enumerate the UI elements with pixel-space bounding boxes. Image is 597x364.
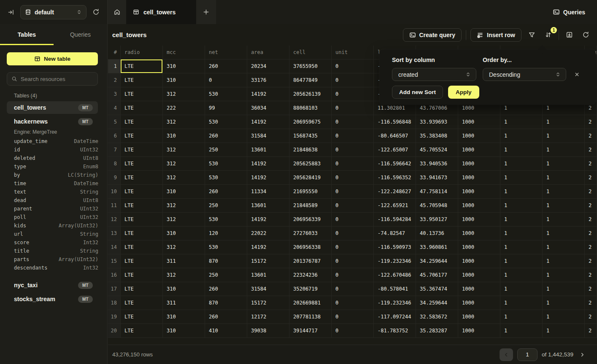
table-cell[interactable]: 33176 bbox=[247, 73, 289, 87]
table-cell[interactable]: 1 bbox=[543, 254, 585, 268]
table-cell[interactable]: 47.758114 bbox=[416, 185, 458, 199]
table-cell[interactable]: 870 bbox=[205, 254, 247, 268]
table-cell[interactable]: 870 bbox=[205, 296, 247, 310]
table-cell[interactable]: LTE bbox=[121, 240, 163, 254]
table-cell[interactable]: 0 bbox=[332, 115, 374, 129]
table-cell[interactable]: 250 bbox=[205, 199, 247, 213]
table-cell[interactable]: 312 bbox=[163, 240, 205, 254]
next-page-button[interactable] bbox=[578, 350, 587, 359]
table-cell[interactable]: -116.590973 bbox=[374, 240, 416, 254]
column-header-cell[interactable]: cell bbox=[289, 46, 332, 59]
table-cell[interactable]: -117.097244 bbox=[374, 310, 416, 324]
table-cell[interactable]: 2 bbox=[585, 115, 597, 129]
table-cell[interactable]: 1000 bbox=[458, 254, 500, 268]
table-cell[interactable]: 21848638 bbox=[289, 143, 332, 157]
table-cell[interactable]: 1 bbox=[543, 226, 585, 240]
column-header-net[interactable]: net bbox=[205, 46, 247, 59]
table-cell[interactable]: 14192 bbox=[247, 171, 289, 185]
table-cell[interactable]: 2 bbox=[585, 199, 597, 213]
table-cell[interactable]: 2 bbox=[585, 185, 597, 199]
table-cell[interactable]: 34.259644 bbox=[416, 254, 458, 268]
sidebar-item-hackernews[interactable]: hackernews MT bbox=[7, 115, 98, 128]
apply-sort-button[interactable]: Apply bbox=[448, 86, 479, 99]
table-cell[interactable]: 1000 bbox=[458, 171, 500, 185]
row-number[interactable]: 10 bbox=[108, 185, 121, 199]
table-cell[interactable]: 12172 bbox=[247, 310, 289, 324]
table-cell[interactable]: 310 bbox=[163, 226, 205, 240]
table-cell[interactable]: 1 bbox=[543, 143, 585, 157]
table-cell[interactable]: 15687435 bbox=[289, 129, 332, 143]
table-cell[interactable]: 35.283287 bbox=[416, 324, 458, 338]
table-cell[interactable]: 205626139 bbox=[289, 87, 332, 101]
table-cell[interactable]: 0 bbox=[332, 59, 374, 73]
add-new-sort-button[interactable]: Add new Sort bbox=[392, 86, 443, 99]
table-cell[interactable]: 222 bbox=[163, 101, 205, 115]
column-header-area[interactable]: area bbox=[247, 46, 289, 59]
table-cell[interactable]: 205625883 bbox=[289, 157, 332, 171]
table-cell[interactable]: 35206719 bbox=[289, 282, 332, 296]
table-cell[interactable]: 312 bbox=[163, 268, 205, 282]
table-cell[interactable]: -81.783752 bbox=[374, 324, 416, 338]
table-cell[interactable]: 1000 bbox=[458, 213, 500, 226]
row-number[interactable]: 18 bbox=[108, 296, 121, 310]
row-number[interactable]: 7 bbox=[108, 143, 121, 157]
table-cell[interactable]: 312 bbox=[163, 115, 205, 129]
table-cell[interactable]: 310 bbox=[163, 59, 205, 73]
table-cell[interactable]: LTE bbox=[121, 115, 163, 129]
table-cell[interactable]: 310 bbox=[163, 324, 205, 338]
table-cell[interactable]: LTE bbox=[121, 324, 163, 338]
table-cell[interactable]: 1 bbox=[500, 268, 543, 282]
column-header-radio[interactable]: radio bbox=[121, 46, 163, 59]
table-cell[interactable]: 14192 bbox=[247, 157, 289, 171]
table-cell[interactable]: 1 bbox=[543, 199, 585, 213]
table-cell[interactable]: 0 bbox=[332, 240, 374, 254]
table-cell[interactable]: 13601 bbox=[247, 199, 289, 213]
table-cell[interactable]: 260 bbox=[205, 185, 247, 199]
table-cell[interactable]: 45.706177 bbox=[416, 268, 458, 282]
table-cell[interactable]: 1 bbox=[500, 254, 543, 268]
table-cell[interactable]: -116.596352 bbox=[374, 171, 416, 185]
table-cell[interactable]: 33.940536 bbox=[416, 157, 458, 171]
table-cell[interactable]: -122.670486 bbox=[374, 268, 416, 282]
table-cell[interactable]: 37655950 bbox=[289, 59, 332, 73]
table-cell[interactable]: 99 bbox=[205, 101, 247, 115]
table-cell[interactable]: LTE bbox=[121, 129, 163, 143]
table-cell[interactable]: 1 bbox=[500, 171, 543, 185]
table-cell[interactable]: 1000 bbox=[458, 226, 500, 240]
table-cell[interactable]: 1000 bbox=[458, 240, 500, 254]
table-cell[interactable]: 1 bbox=[543, 129, 585, 143]
table-cell[interactable]: 0 bbox=[332, 73, 374, 87]
table-cell[interactable]: 0 bbox=[332, 282, 374, 296]
table-cell[interactable]: 2 bbox=[585, 296, 597, 310]
table-cell[interactable]: 1 bbox=[543, 296, 585, 310]
table-cell[interactable]: 0 bbox=[332, 254, 374, 268]
table-cell[interactable]: 2 bbox=[585, 226, 597, 240]
table-cell[interactable]: LTE bbox=[121, 310, 163, 324]
table-cell[interactable]: 205628419 bbox=[289, 171, 332, 185]
new-tab-button[interactable] bbox=[196, 0, 216, 24]
table-cell[interactable]: 206956339 bbox=[289, 213, 332, 226]
table-cell[interactable]: LTE bbox=[121, 185, 163, 199]
table-cell[interactable]: 310 bbox=[163, 310, 205, 324]
table-cell[interactable]: 11334 bbox=[247, 185, 289, 199]
prev-page-button[interactable] bbox=[500, 348, 513, 361]
table-cell[interactable]: -116.594284 bbox=[374, 213, 416, 226]
table-cell[interactable]: 0 bbox=[332, 226, 374, 240]
table-cell[interactable]: 1 bbox=[500, 282, 543, 296]
table-cell[interactable]: 1000 bbox=[458, 296, 500, 310]
table-cell[interactable]: LTE bbox=[121, 143, 163, 157]
sort-column-select[interactable]: created bbox=[392, 68, 476, 81]
table-cell[interactable]: 1 bbox=[500, 143, 543, 157]
table-cell[interactable]: 2 bbox=[585, 282, 597, 296]
row-number[interactable]: 13 bbox=[108, 226, 121, 240]
table-cell[interactable]: 260 bbox=[205, 310, 247, 324]
table-cell[interactable]: LTE bbox=[121, 254, 163, 268]
table-cell[interactable]: 1 bbox=[543, 115, 585, 129]
table-cell[interactable]: 2 bbox=[585, 171, 597, 185]
table-cell[interactable]: 20234 bbox=[247, 59, 289, 73]
table-cell[interactable]: 35.383408 bbox=[416, 129, 458, 143]
table-cell[interactable]: LTE bbox=[121, 157, 163, 171]
home-tab-button[interactable] bbox=[108, 0, 126, 24]
table-cell[interactable]: 260 bbox=[205, 129, 247, 143]
table-cell[interactable]: 1000 bbox=[458, 268, 500, 282]
